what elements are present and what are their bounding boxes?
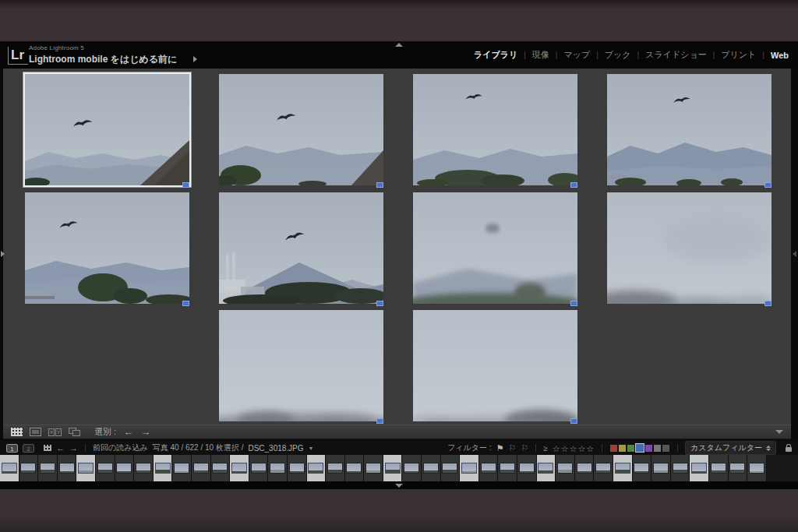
star-filter-1[interactable]: ☆: [553, 444, 561, 453]
title-arrow-icon[interactable]: [193, 56, 197, 62]
filmstrip-thumbnail-17[interactable]: [307, 455, 327, 481]
collection-badge-icon[interactable]: [376, 182, 383, 188]
star-rating-filter[interactable]: ☆☆☆☆☆: [553, 441, 595, 455]
grid-photo-4[interactable]: [607, 74, 772, 185]
filmstrip-thumbnail-14[interactable]: [249, 455, 269, 481]
filmstrip-thumbnail-22[interactable]: [402, 455, 422, 481]
filmstrip-thumbnail-30[interactable]: [556, 455, 575, 481]
filmstrip-thumbnail-15[interactable]: [268, 455, 288, 481]
current-filename[interactable]: DSC_3018.JPG: [248, 444, 303, 453]
second-window-button[interactable]: 2: [23, 444, 34, 453]
color-label-filter-5[interactable]: [645, 445, 652, 452]
filmstrip-thumbnail-13[interactable]: [230, 455, 249, 481]
filmstrip-thumbnail-20[interactable]: [364, 455, 383, 481]
filmstrip-thumbnail-8[interactable]: [134, 455, 154, 481]
collection-badge-icon[interactable]: [570, 182, 577, 188]
filmstrip-thumbnail-40[interactable]: [747, 455, 767, 481]
custom-filter-dropdown[interactable]: カスタムフィルター: [685, 441, 776, 455]
filmstrip-back-button[interactable]: ←: [56, 444, 65, 453]
collection-badge-icon[interactable]: [570, 301, 577, 306]
expand-left-panel-icon[interactable]: [1, 251, 5, 257]
filmstrip-thumbnail-33[interactable]: [613, 455, 633, 481]
filmstrip-thumbnail-31[interactable]: [575, 455, 595, 481]
collection-badge-icon[interactable]: [570, 418, 577, 424]
filmstrip-thumbnail-39[interactable]: [729, 455, 748, 481]
color-label-filter-6[interactable]: [654, 445, 661, 452]
filmstrip-thumbnail-19[interactable]: [345, 455, 365, 481]
filmstrip-thumbnail-26[interactable]: [479, 455, 499, 481]
filmstrip-thumbnail-29[interactable]: [537, 455, 556, 481]
filmstrip-thumbnail-35[interactable]: [651, 455, 671, 481]
flag-picked-filter-icon[interactable]: ⚑: [496, 444, 504, 453]
star-filter-4[interactable]: ☆: [577, 444, 586, 453]
grid-photo-2[interactable]: [219, 74, 383, 185]
source-dropdown-icon[interactable]: ▼: [309, 446, 314, 451]
grid-photo-1[interactable]: [25, 74, 189, 185]
grid-photo-3[interactable]: [413, 74, 577, 185]
flag-unpicked-filter-icon[interactable]: ⚐: [509, 444, 517, 453]
left-panel-edge[interactable]: [0, 69, 3, 481]
filmstrip-thumbnail-7[interactable]: [115, 455, 135, 481]
filmstrip-thumbnail-23[interactable]: [422, 455, 441, 481]
module-tab-7[interactable]: Web: [771, 51, 789, 60]
survey-view-button[interactable]: [69, 428, 81, 437]
filmstrip-thumbnail-24[interactable]: [441, 455, 461, 481]
sort-next-button[interactable]: →: [140, 427, 150, 437]
star-filter-3[interactable]: ☆: [570, 444, 578, 453]
grid-photo-6[interactable]: [219, 192, 383, 304]
compare-view-button[interactable]: X Y: [48, 428, 62, 437]
star-filter-5[interactable]: ☆: [586, 444, 595, 453]
filmstrip-thumbnail-25[interactable]: [460, 455, 479, 481]
grid-photo-7[interactable]: [413, 192, 577, 304]
color-label-filter-2[interactable]: [619, 445, 626, 452]
filmstrip-thumbnail-9[interactable]: [154, 455, 173, 481]
collection-badge-icon[interactable]: [376, 418, 383, 424]
module-tab-5[interactable]: スライドショー: [645, 49, 707, 61]
filmstrip-thumbnail-4[interactable]: [58, 455, 77, 481]
module-tab-3[interactable]: マップ: [563, 49, 590, 61]
collection-badge-icon[interactable]: [376, 301, 383, 306]
filmstrip-thumbnail-18[interactable]: [326, 455, 345, 481]
color-label-filter-7[interactable]: [662, 445, 669, 452]
filmstrip-thumbnail-12[interactable]: [211, 455, 231, 481]
filmstrip-thumbnail-34[interactable]: [633, 455, 652, 481]
filmstrip-thumbnail-11[interactable]: [192, 455, 211, 481]
go-to-grid-icon[interactable]: [44, 445, 51, 451]
filmstrip-thumbnail-3[interactable]: [38, 455, 58, 481]
filmstrip-thumbnail-38[interactable]: [709, 455, 729, 481]
collapse-filmstrip-icon[interactable]: [395, 484, 403, 488]
module-tab-1[interactable]: ライブラリ: [474, 49, 517, 61]
rating-operator[interactable]: ≥: [543, 444, 548, 453]
color-label-filter-3[interactable]: [627, 445, 634, 452]
color-label-filter-4[interactable]: [636, 444, 644, 452]
grid-view-button[interactable]: [11, 428, 23, 437]
module-tab-6[interactable]: プリント: [721, 49, 756, 61]
filmstrip-thumbnail-16[interactable]: [288, 455, 307, 481]
collection-badge-icon[interactable]: [182, 301, 189, 306]
grid-photo-5[interactable]: [25, 192, 189, 304]
expand-right-panel-icon[interactable]: [793, 251, 796, 257]
filmstrip-thumbnail-2[interactable]: [19, 455, 39, 481]
sort-prev-button[interactable]: ←: [123, 427, 133, 437]
module-tab-4[interactable]: ブック: [605, 49, 631, 61]
filmstrip-thumbnail-28[interactable]: [517, 455, 537, 481]
collection-badge-icon[interactable]: [764, 182, 772, 188]
filmstrip-thumbnail-37[interactable]: [690, 455, 709, 481]
flag-rejected-filter-icon[interactable]: ⚐: [521, 444, 528, 453]
collapse-top-panel-icon[interactable]: [395, 43, 403, 47]
filmstrip-thumbnail-21[interactable]: [383, 455, 403, 481]
filmstrip-thumbnail-36[interactable]: [671, 455, 690, 481]
collection-badge-icon[interactable]: [182, 182, 189, 188]
filmstrip-forward-button[interactable]: →: [69, 444, 78, 453]
loupe-view-button[interactable]: [30, 428, 41, 437]
grid-photo-9[interactable]: [219, 310, 383, 421]
filmstrip-thumbnail-27[interactable]: [498, 455, 517, 481]
filmstrip-thumbnail-6[interactable]: [96, 455, 115, 481]
filmstrip-thumbnail-1[interactable]: [0, 455, 19, 481]
filmstrip-thumbnail-5[interactable]: [76, 455, 96, 481]
toolbar-options-icon[interactable]: [775, 430, 783, 434]
module-tab-2[interactable]: 現像: [532, 49, 549, 61]
collection-badge-icon[interactable]: [764, 301, 772, 306]
star-filter-2[interactable]: ☆: [561, 444, 570, 453]
source-label[interactable]: 前回の読み込み: [93, 442, 148, 453]
